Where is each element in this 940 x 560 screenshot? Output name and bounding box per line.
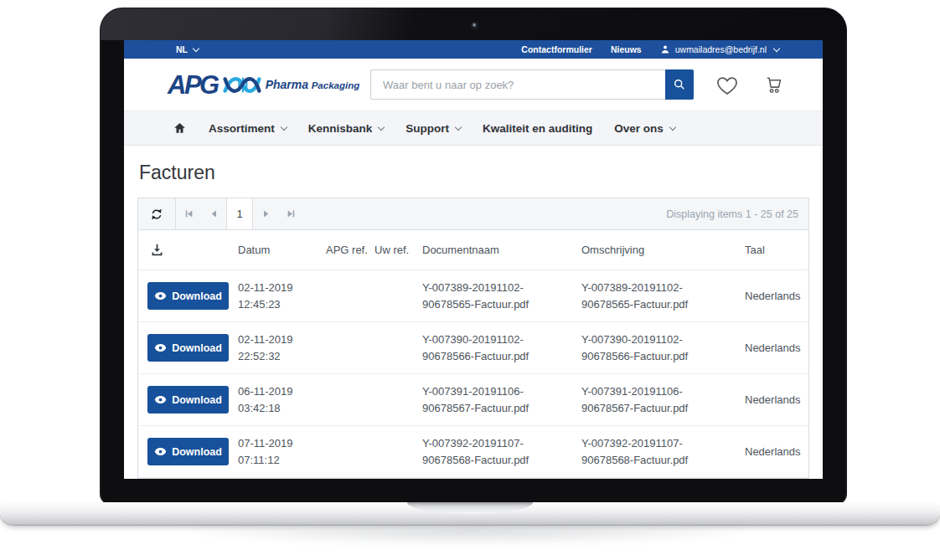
logo-tagline-line2: Packaging <box>312 80 360 90</box>
nav-kennisbank[interactable]: Kennisbank <box>308 122 385 135</box>
main-navigation: Assortiment Kennisbank Support Kwaliteit… <box>124 110 823 146</box>
doc-name-line2: 90678568-Factuur.pdf <box>422 452 581 469</box>
nav-label: Assortiment <box>209 122 275 135</box>
column-header-datum: Datum <box>238 242 326 259</box>
table-header-row: Datum APG ref. Uw ref. Documentnaam Omsc… <box>138 230 808 270</box>
eye-icon <box>154 447 167 456</box>
download-button-label: Download <box>172 394 222 406</box>
table-row: Download 02-11-2019 12:45:23 Y-007389-20… <box>138 270 808 322</box>
taal-cell: Nederlands <box>745 392 810 408</box>
description-line2: 90678566-Factuur.pdf <box>581 348 745 365</box>
date-text: 02-11-2019 <box>238 280 326 296</box>
previous-page-button[interactable] <box>201 198 226 229</box>
download-button[interactable]: Download <box>147 386 229 414</box>
description-line1: Y-007391-20191106- <box>581 383 745 400</box>
chevron-down-icon <box>669 123 676 130</box>
next-page-button[interactable] <box>253 198 278 229</box>
download-button[interactable]: Download <box>147 334 229 362</box>
wishlist-button[interactable] <box>715 74 739 95</box>
nav-support[interactable]: Support <box>405 122 461 135</box>
time-text: 12:45:23 <box>238 296 326 313</box>
cart-button[interactable] <box>761 74 783 95</box>
nav-home[interactable] <box>173 121 187 135</box>
chevron-down-icon <box>455 123 462 130</box>
download-button[interactable]: Download <box>147 438 229 465</box>
nav-label: Kwaliteit en auditing <box>483 122 592 135</box>
page-title: Facturen <box>139 162 809 184</box>
eye-icon <box>154 395 167 404</box>
doc-name-line1: Y-007392-20191107- <box>422 435 581 452</box>
taal-cell: Nederlands <box>745 444 810 460</box>
contact-link-label: Contactformulier <box>521 44 592 54</box>
description-line2: 90678568-Factuur.pdf <box>581 452 745 469</box>
omschrijving-cell: Y-007390-20191102- 90678566-Factuur.pdf <box>581 331 745 364</box>
table-row: Download 02-11-2019 22:52:32 Y-007390-20… <box>138 322 808 374</box>
refresh-icon <box>150 208 163 221</box>
language-selector[interactable]: NL <box>176 44 199 54</box>
current-page-indicator[interactable]: 1 <box>226 198 253 229</box>
table-row: Download 07-11-2019 07:11:12 Y-007392-20… <box>138 426 808 478</box>
doc-name-line1: Y-007389-20191102- <box>422 280 581 296</box>
eye-icon <box>154 291 167 301</box>
nav-over-ons[interactable]: Over ons <box>614 122 675 135</box>
chevron-down-icon <box>378 123 385 130</box>
news-link[interactable]: Nieuws <box>611 44 642 54</box>
chevron-down-icon <box>281 123 287 130</box>
logo-tagline-line1: Pharma <box>266 78 308 91</box>
doc-name-line1: Y-007391-20191106- <box>422 383 581 400</box>
heart-icon <box>715 74 739 95</box>
laptop-mockup: NL Contactformulier Nieuws uwmailadres@b… <box>0 0 940 560</box>
home-icon <box>173 121 187 135</box>
last-page-button[interactable] <box>278 198 303 229</box>
table-row: Download 06-11-2019 03:42:18 Y-007391-20… <box>138 374 808 426</box>
documentnaam-cell: Y-007390-20191102- 90678566-Factuur.pdf <box>422 331 581 364</box>
cart-icon <box>761 74 783 95</box>
omschrijving-cell: Y-007392-20191107- 90678568-Factuur.pdf <box>581 435 745 468</box>
company-logo[interactable]: APG Pharma Packaging <box>168 72 370 98</box>
download-button[interactable]: Download <box>147 282 229 310</box>
doc-name-line2: 90678565-Factuur.pdf <box>422 296 581 313</box>
webcam-dot <box>471 22 478 29</box>
documentnaam-cell: Y-007389-20191102- 90678565-Factuur.pdf <box>422 280 581 312</box>
download-button-label: Download <box>172 290 222 302</box>
contact-link[interactable]: Contactformulier <box>521 44 592 54</box>
last-page-icon <box>286 208 297 219</box>
description-line1: Y-007392-20191107- <box>581 435 745 452</box>
eye-icon <box>154 343 167 352</box>
download-cell: Download <box>138 386 238 414</box>
download-button-label: Download <box>172 342 222 354</box>
time-text: 07:11:12 <box>238 452 326 469</box>
description-line2: 90678565-Factuur.pdf <box>581 296 745 313</box>
nav-label: Over ons <box>614 122 664 135</box>
documentnaam-cell: Y-007392-20191107- 90678568-Factuur.pdf <box>422 435 581 468</box>
download-all-header[interactable] <box>138 243 238 257</box>
doc-name-line2: 90678566-Factuur.pdf <box>422 348 581 365</box>
pagination-status: Displaying items 1 - 25 of 25 <box>666 208 808 220</box>
omschrijving-cell: Y-007389-20191102- 90678565-Factuur.pdf <box>581 280 745 312</box>
doc-name-line2: 90678567-Factuur.pdf <box>422 400 581 417</box>
laptop-screen-bezel: NL Contactformulier Nieuws uwmailadres@b… <box>101 8 846 504</box>
date-text: 02-11-2019 <box>238 331 326 348</box>
description-line2: 90678567-Factuur.pdf <box>581 400 745 417</box>
column-header-omschrijving: Omschrijving <box>581 242 745 259</box>
download-button-label: Download <box>172 446 222 458</box>
column-header-documentnaam: Documentnaam <box>422 242 581 259</box>
logo-apg-text: APG <box>168 72 218 98</box>
nav-assortiment[interactable]: Assortiment <box>209 122 287 135</box>
account-menu[interactable]: uwmailadres@bedrijf.nl <box>660 44 779 54</box>
first-page-button[interactable] <box>176 198 201 229</box>
news-link-label: Nieuws <box>611 44 642 54</box>
datum-cell: 06-11-2019 03:42:18 <box>238 383 326 416</box>
account-email: uwmailadres@bedrijf.nl <box>675 44 767 54</box>
nav-kwaliteit-en-auditing[interactable]: Kwaliteit en auditing <box>483 122 592 135</box>
taal-cell: Nederlands <box>745 340 810 357</box>
language-label: NL <box>176 44 188 54</box>
invoices-table-panel: 1 Displaying <box>137 198 809 479</box>
column-header-taal: Taal <box>745 242 810 259</box>
search-button[interactable] <box>665 69 694 100</box>
first-page-icon <box>183 208 194 219</box>
logo-tagline: Pharma Packaging <box>266 79 360 91</box>
search-input[interactable] <box>370 69 665 100</box>
chevron-down-icon <box>773 45 780 52</box>
refresh-button[interactable] <box>138 198 176 229</box>
